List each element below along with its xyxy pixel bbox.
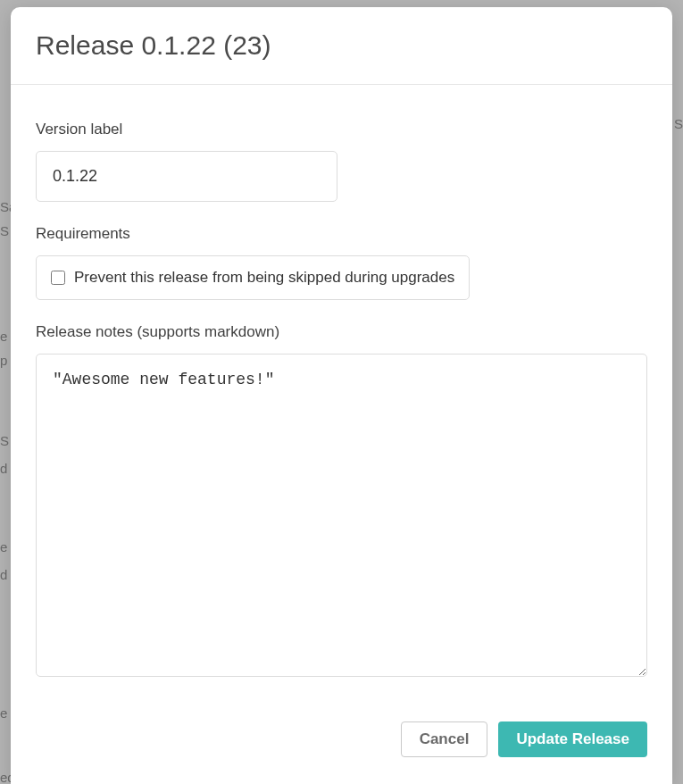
backdrop-text: p [0,353,7,368]
prevent-skip-checkbox[interactable] [51,271,65,285]
requirements-title: Requirements [36,225,647,243]
prevent-skip-container[interactable]: Prevent this release from being skipped … [36,255,470,300]
release-notes-title: Release notes (supports markdown) [36,323,647,341]
release-notes-textarea[interactable] [36,354,647,677]
cancel-button[interactable]: Cancel [401,721,488,757]
release-edit-modal: Release 0.1.22 (23) Version label Requir… [11,7,672,784]
backdrop-text: e [0,539,7,555]
modal-title: Release 0.1.22 (23) [36,30,647,61]
modal-header: Release 0.1.22 (23) [11,7,672,85]
requirements-group: Requirements Prevent this release from b… [36,225,647,300]
backdrop-text: S [0,223,9,238]
update-release-button[interactable]: Update Release [498,721,647,757]
backdrop-text: e [0,329,7,344]
version-label-group: Version label [36,121,647,202]
backdrop-text: e [0,705,7,721]
prevent-skip-label[interactable]: Prevent this release from being skipped … [74,269,454,287]
backdrop-text: S [0,433,9,448]
modal-footer: Cancel Update Release [11,704,672,784]
backdrop-text: d [0,461,7,476]
backdrop-text: S [674,116,683,131]
version-label-title: Version label [36,121,647,138]
release-notes-group: Release notes (supports markdown) [36,323,647,680]
backdrop-text: d [0,567,7,582]
version-label-input[interactable] [36,151,337,202]
modal-body: Version label Requirements Prevent this … [11,85,672,704]
